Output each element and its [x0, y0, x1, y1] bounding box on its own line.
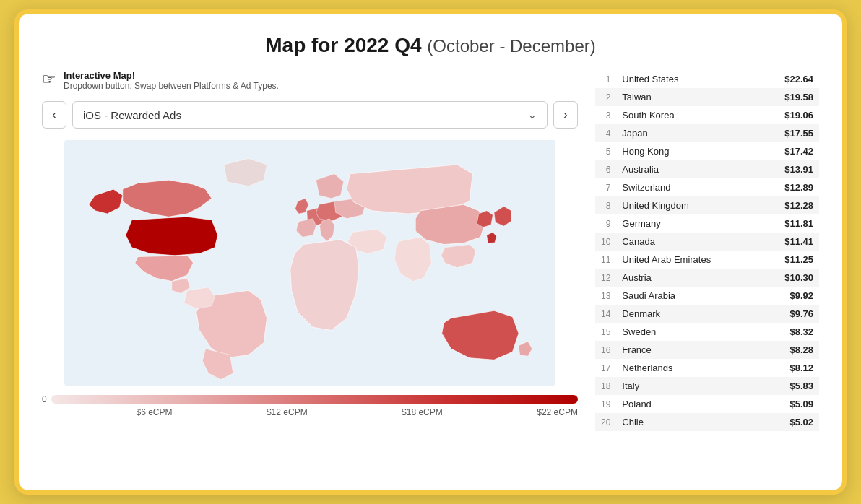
country-cell: Canada — [616, 233, 732, 251]
selector-row: ‹ iOS - Rewarded Ads ⌄ › — [42, 101, 578, 129]
main-card: Map for 2022 Q4 (October - December) ☞ I… — [19, 14, 842, 490]
rank-cell: 1 — [595, 70, 616, 88]
rank-cell: 18 — [595, 377, 616, 395]
rank-cell: 19 — [595, 395, 616, 413]
table-row: 15 Sweden $8.32 — [595, 323, 819, 341]
rankings-body: 1 United States $22.64 2 Taiwan $19.58 3… — [595, 70, 819, 431]
page-title: Map for 2022 Q4 (October - December) — [42, 34, 819, 57]
outer-border: Map for 2022 Q4 (October - December) ☞ I… — [14, 9, 847, 495]
title-main: Map for 2022 Q4 — [265, 34, 421, 56]
content-area: ☞ Interactive Map! Dropdown button: Swap… — [42, 70, 819, 431]
rank-cell: 6 — [595, 160, 616, 178]
table-row: 16 France $8.28 — [595, 341, 819, 359]
country-cell: France — [616, 341, 732, 359]
value-cell: $19.58 — [732, 88, 819, 106]
rank-cell: 14 — [595, 305, 616, 323]
country-cell: Japan — [616, 124, 732, 142]
hint-text: Interactive Map! Dropdown button: Swap b… — [64, 70, 279, 91]
table-row: 3 South Korea $19.06 — [595, 106, 819, 124]
table-row: 1 United States $22.64 — [595, 70, 819, 88]
legend-gradient — [51, 395, 578, 404]
table-row: 11 United Arab Emirates $11.25 — [595, 251, 819, 269]
table-row: 14 Denmark $9.76 — [595, 305, 819, 323]
rank-cell: 5 — [595, 142, 616, 160]
table-row: 19 Poland $5.09 — [595, 395, 819, 413]
title-sub: (October - December) — [427, 36, 595, 56]
value-cell: $9.92 — [732, 287, 819, 305]
platform-dropdown[interactable]: iOS - Rewarded Ads ⌄ — [72, 101, 548, 129]
china-region — [415, 204, 485, 244]
country-cell: Hong Kong — [616, 142, 732, 160]
rank-cell: 12 — [595, 269, 616, 287]
legend-labels: $6 eCPM $12 eCPM $18 eCPM $22 eCPM — [42, 407, 578, 417]
dropdown-label: iOS - Rewarded Ads — [83, 109, 181, 121]
table-row: 8 United Kingdom $12.28 — [595, 196, 819, 214]
legend-label-3: $18 eCPM — [402, 407, 443, 417]
next-button[interactable]: › — [553, 101, 578, 129]
table-row: 12 Austria $10.30 — [595, 269, 819, 287]
country-cell: Sweden — [616, 323, 732, 341]
value-cell: $11.25 — [732, 251, 819, 269]
value-cell: $5.09 — [732, 395, 819, 413]
country-cell: Saudi Arabia — [616, 287, 732, 305]
value-cell: $22.64 — [732, 70, 819, 88]
hint-box: ☞ Interactive Map! Dropdown button: Swap… — [42, 70, 578, 91]
value-cell: $13.91 — [732, 160, 819, 178]
table-row: 2 Taiwan $19.58 — [595, 88, 819, 106]
country-cell: Switzerland — [616, 178, 732, 196]
world-map-svg — [42, 140, 578, 386]
table-row: 10 Canada $11.41 — [595, 233, 819, 251]
value-cell: $9.76 — [732, 305, 819, 323]
rankings-table: 1 United States $22.64 2 Taiwan $19.58 3… — [595, 70, 819, 431]
usa-region — [126, 217, 218, 256]
legend-label-4: $22 eCPM — [537, 407, 578, 417]
table-row: 5 Hong Kong $17.42 — [595, 142, 819, 160]
table-row: 17 Netherlands $8.12 — [595, 359, 819, 377]
right-panel: 1 United States $22.64 2 Taiwan $19.58 3… — [595, 70, 819, 431]
rank-cell: 3 — [595, 106, 616, 124]
value-cell: $5.83 — [732, 377, 819, 395]
dropdown-arrow-icon: ⌄ — [528, 109, 537, 121]
prev-button[interactable]: ‹ — [42, 101, 66, 129]
country-cell: United Arab Emirates — [616, 251, 732, 269]
rank-cell: 15 — [595, 323, 616, 341]
rank-cell: 9 — [595, 214, 616, 233]
country-cell: Chile — [616, 413, 732, 431]
rank-cell: 7 — [595, 178, 616, 196]
value-cell: $19.06 — [732, 106, 819, 124]
country-cell: Germany — [616, 214, 732, 233]
legend-min: 0 — [42, 394, 47, 404]
rank-cell: 10 — [595, 233, 616, 251]
value-cell: $8.28 — [732, 341, 819, 359]
value-cell: $11.81 — [732, 214, 819, 233]
rank-cell: 2 — [595, 88, 616, 106]
value-cell: $17.55 — [732, 124, 819, 142]
table-row: 18 Italy $5.83 — [595, 377, 819, 395]
value-cell: $17.42 — [732, 142, 819, 160]
hand-icon: ☞ — [42, 71, 56, 87]
country-cell: Australia — [616, 160, 732, 178]
country-cell: Austria — [616, 269, 732, 287]
map-container: 0 $6 eCPM $12 eCPM $18 eCPM $22 eCPM — [42, 140, 578, 414]
country-cell: Italy — [616, 377, 732, 395]
table-row: 9 Germany $11.81 — [595, 214, 819, 233]
table-row: 20 Chile $5.02 — [595, 413, 819, 431]
value-cell: $12.28 — [732, 196, 819, 214]
value-cell: $8.32 — [732, 323, 819, 341]
country-cell: South Korea — [616, 106, 732, 124]
rank-cell: 16 — [595, 341, 616, 359]
legend-label-2: $12 eCPM — [267, 407, 308, 417]
value-cell: $5.02 — [732, 413, 819, 431]
hint-title: Interactive Map! — [64, 70, 279, 81]
country-cell: United States — [616, 70, 732, 88]
rank-cell: 4 — [595, 124, 616, 142]
table-row: 6 Australia $13.91 — [595, 160, 819, 178]
rank-cell: 11 — [595, 251, 616, 269]
hint-subtitle: Dropdown button: Swap between Platforms … — [64, 81, 279, 91]
rank-cell: 13 — [595, 287, 616, 305]
country-cell: Poland — [616, 395, 732, 413]
table-row: 7 Switzerland $12.89 — [595, 178, 819, 196]
legend-label-1: $6 eCPM — [136, 407, 172, 417]
country-cell: Taiwan — [616, 88, 732, 106]
value-cell: $12.89 — [732, 178, 819, 196]
